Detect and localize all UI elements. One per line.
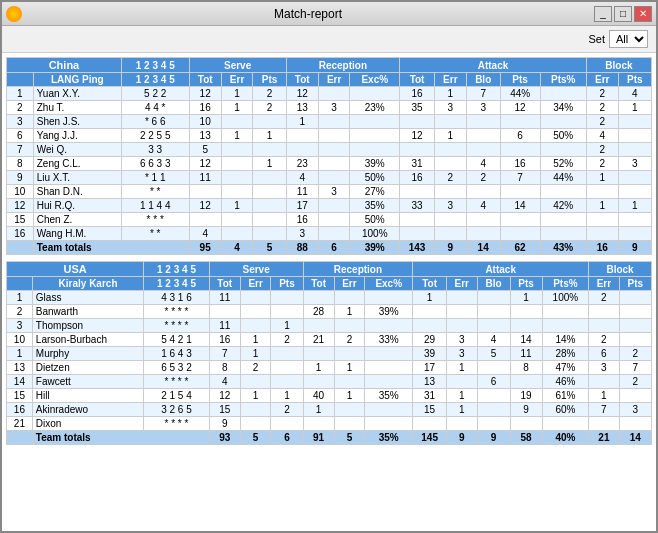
table-row: 16Akinradewo3 2 6 51521151960%73	[7, 403, 652, 417]
table-row: 10Shan D.N.* *11327%	[7, 185, 652, 199]
usa-coach-label	[7, 277, 33, 291]
att-blo: Blo	[466, 73, 500, 87]
main-content: China 1 2 3 4 5 Serve Reception Attack B…	[2, 53, 656, 531]
serve-header: Serve	[189, 58, 286, 73]
attack-header: Attack	[400, 58, 587, 73]
set-label: Set	[588, 33, 605, 45]
totals-row: Team totals954588639%1439146243%169	[7, 241, 652, 255]
maximize-button[interactable]: □	[614, 6, 632, 22]
china-coach-label	[7, 73, 34, 87]
set-dropdown[interactable]: All 1 2 3 4 5	[609, 30, 648, 48]
table-row: 14Fawcett* * * *413646%2	[7, 375, 652, 389]
sets-sub: 1 2 3 4 5	[121, 73, 189, 87]
table-row: 10Larson-Burbach5 4 2 1161221233%2934141…	[7, 333, 652, 347]
title-bar: Match-report _ □ ✕	[2, 2, 656, 26]
totals-row: Team totals935691535%145995840%2114	[7, 431, 652, 445]
rec-exc: Exc%	[350, 73, 400, 87]
table-row: 2Zhu T.4 4 *161213323%35331234%21	[7, 101, 652, 115]
usa-team-header: USA	[7, 262, 144, 277]
china-coach: LANG Ping	[33, 73, 121, 87]
block-header: Block	[586, 58, 651, 73]
china-team-header: China	[7, 58, 122, 73]
att-pts: Pts	[500, 73, 540, 87]
att-err: Err	[435, 73, 467, 87]
usa-coach: Kiraly Karch	[32, 277, 143, 291]
table-row: 12Hui R.Q.1 1 4 41211735%33341442%11	[7, 199, 652, 213]
att-tot: Tot	[400, 73, 435, 87]
blo-err: Err	[586, 73, 618, 87]
table-row: 16Wang H.M.* *43100%	[7, 227, 652, 241]
att-pct: Pts%	[540, 73, 586, 87]
table-row: 21Dixon* * * *9	[7, 417, 652, 431]
table-row: 3Shen J.S.* 6 61012	[7, 115, 652, 129]
china-table: China 1 2 3 4 5 Serve Reception Attack B…	[6, 57, 652, 255]
rec-tot: Tot	[286, 73, 318, 87]
usa-block-header: Block	[589, 262, 652, 277]
serve-tot: Tot	[189, 73, 221, 87]
usa-sets-header: 1 2 3 4 5	[144, 262, 209, 277]
table-row: 2Banwarth* * * *28139%	[7, 305, 652, 319]
reception-header: Reception	[286, 58, 399, 73]
close-button[interactable]: ✕	[634, 6, 652, 22]
table-row: 1Murphy1 6 4 37139351128%62	[7, 347, 652, 361]
rec-err: Err	[318, 73, 350, 87]
table-row: 9Liu X.T.* 1 111450%1622744%1	[7, 171, 652, 185]
window: Match-report _ □ ✕ Set All 1 2 3 4 5 Chi…	[0, 0, 658, 533]
usa-serve-header: Serve	[209, 262, 303, 277]
serve-pts: Pts	[253, 73, 286, 87]
table-row: 1Glass4 3 1 61111100%2	[7, 291, 652, 305]
blo-pts: Pts	[618, 73, 651, 87]
toolbar: Set All 1 2 3 4 5	[2, 26, 656, 53]
table-row: 7Wei Q.3 352	[7, 143, 652, 157]
sets-header: 1 2 3 4 5	[121, 58, 189, 73]
table-row: 6Yang J.J.2 2 5 51311121650%4	[7, 129, 652, 143]
title-bar-buttons: _ □ ✕	[594, 6, 652, 22]
table-row: 3Thompson* * * *111	[7, 319, 652, 333]
table-row: 13Dietzen6 5 3 28211171847%37	[7, 361, 652, 375]
table-row: 15Chen Z.* * *1650%	[7, 213, 652, 227]
table-row: 1Yuan X.Y.5 2 2121212161744%24	[7, 87, 652, 101]
usa-reception-header: Reception	[303, 262, 413, 277]
table-row: 15Hill2 1 5 4121140135%3111961%1	[7, 389, 652, 403]
serve-err: Err	[221, 73, 253, 87]
table-row: 8Zeng C.L.6 6 3 31212339%3141652%23	[7, 157, 652, 171]
usa-table: USA 1 2 3 4 5 Serve Reception Attack Blo…	[6, 261, 652, 445]
window-title: Match-report	[22, 7, 594, 21]
minimize-button[interactable]: _	[594, 6, 612, 22]
window-icon	[6, 6, 22, 22]
usa-attack-header: Attack	[413, 262, 589, 277]
